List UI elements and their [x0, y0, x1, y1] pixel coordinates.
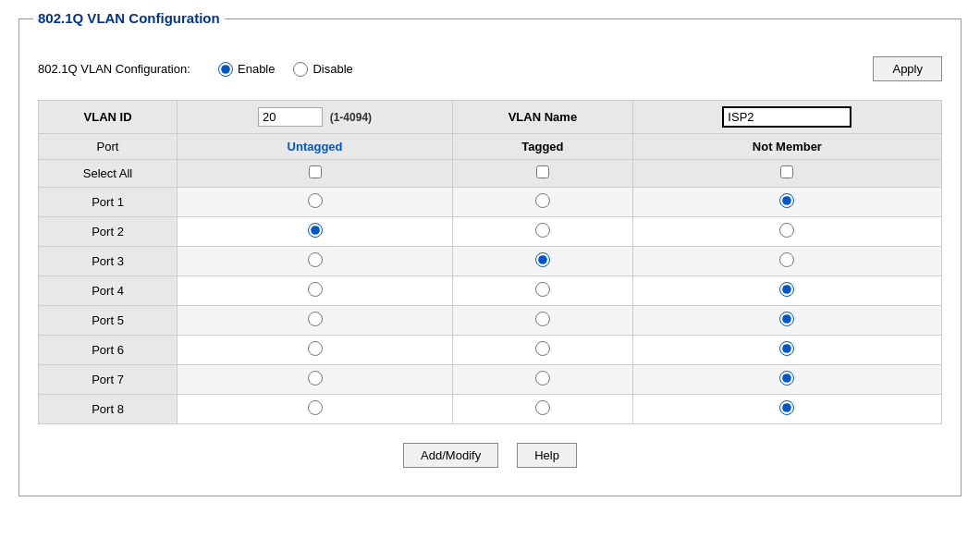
not-member-radio[interactable]: [779, 371, 794, 386]
table-row: Port 2: [39, 217, 942, 247]
main-container: 802.1Q VLAN Configuration 802.1Q VLAN Co…: [18, 18, 962, 496]
not-member-cell: [632, 336, 941, 365]
untagged-radio[interactable]: [308, 400, 323, 415]
port-name-cell: Port 2: [39, 217, 178, 247]
vlan-name-input[interactable]: [722, 106, 851, 128]
tagged-radio[interactable]: [535, 252, 550, 267]
not-member-radio[interactable]: [779, 193, 794, 208]
not-member-radio[interactable]: [779, 400, 794, 415]
table-row: Port 8: [39, 395, 942, 424]
enable-option[interactable]: Enable: [218, 62, 275, 77]
tagged-radio[interactable]: [535, 282, 550, 297]
vlan-name-cell: [632, 101, 941, 134]
port-name-cell: Port 5: [39, 306, 178, 336]
table-row: Port 1: [39, 188, 942, 217]
untagged-radio[interactable]: [308, 282, 323, 297]
tagged-radio[interactable]: [535, 193, 550, 208]
select-all-row: Select All: [39, 160, 942, 188]
tagged-column-header: Tagged: [453, 134, 633, 160]
untagged-radio[interactable]: [308, 193, 323, 208]
column-headers-row: Port Untagged Tagged Not Member: [39, 134, 942, 160]
vlan-id-row: VLAN ID (1-4094) VLAN Name: [39, 101, 942, 134]
not-member-cell: [632, 306, 941, 336]
not-member-column-header: Not Member: [632, 134, 941, 160]
not-member-radio[interactable]: [779, 312, 794, 326]
not-member-cell: [632, 217, 941, 247]
untagged-radio[interactable]: [308, 223, 323, 238]
untagged-cell: [178, 395, 453, 424]
not-member-cell: [632, 188, 941, 217]
not-member-radio[interactable]: [779, 223, 794, 238]
table-row: Port 3: [39, 247, 942, 276]
disable-label: Disable: [312, 62, 352, 76]
select-all-tagged-cell: [453, 160, 633, 188]
bottom-buttons: Add/Modify Help: [38, 443, 942, 468]
port-rows: Port 1Port 2Port 3Port 4Port 5Port 6Port…: [39, 188, 942, 424]
select-all-not-member-cell: [632, 160, 941, 188]
vlan-name-header: VLAN Name: [453, 101, 633, 134]
tagged-cell: [453, 365, 633, 395]
untagged-cell: [178, 247, 453, 276]
select-all-untagged-checkbox[interactable]: [309, 165, 322, 178]
untagged-radio[interactable]: [308, 312, 323, 326]
add-modify-button[interactable]: Add/Modify: [403, 443, 498, 468]
table-row: Port 6: [39, 336, 942, 365]
untagged-cell: [178, 306, 453, 336]
disable-option[interactable]: Disable: [293, 62, 352, 77]
page-title: 802.1Q VLAN Configuration: [33, 10, 225, 26]
untagged-cell: [178, 188, 453, 217]
untagged-cell: [178, 276, 453, 306]
select-all-untagged-cell: [178, 160, 453, 188]
apply-button[interactable]: Apply: [873, 56, 942, 81]
select-all-tagged-checkbox[interactable]: [536, 165, 549, 178]
port-name-cell: Port 8: [39, 395, 178, 424]
select-all-not-member-checkbox[interactable]: [780, 165, 793, 178]
not-member-radio[interactable]: [779, 252, 794, 267]
tagged-radio[interactable]: [535, 341, 550, 356]
vlan-table: VLAN ID (1-4094) VLAN Name Port Untagged…: [38, 100, 942, 424]
port-name-cell: Port 1: [39, 188, 178, 217]
not-member-cell: [632, 247, 941, 276]
vlan-id-input[interactable]: [258, 107, 323, 127]
untagged-radio[interactable]: [308, 341, 323, 356]
tagged-cell: [453, 217, 633, 247]
tagged-radio[interactable]: [535, 400, 550, 415]
untagged-radio[interactable]: [308, 252, 323, 267]
tagged-cell: [453, 188, 633, 217]
untagged-cell: [178, 336, 453, 365]
port-name-cell: Port 6: [39, 336, 178, 365]
untagged-cell: [178, 217, 453, 247]
enable-disable-group: Enable Disable: [218, 62, 873, 77]
tagged-cell: [453, 336, 633, 365]
not-member-radio[interactable]: [779, 341, 794, 356]
vlan-id-header: VLAN ID: [39, 101, 178, 134]
config-label: 802.1Q VLAN Configuration:: [38, 62, 204, 76]
config-row: 802.1Q VLAN Configuration: Enable Disabl…: [38, 56, 942, 81]
not-member-radio[interactable]: [779, 282, 794, 297]
untagged-column-header: Untagged: [178, 134, 453, 160]
table-row: Port 5: [39, 306, 942, 336]
port-name-cell: Port 3: [39, 247, 178, 276]
tagged-cell: [453, 247, 633, 276]
tagged-radio[interactable]: [535, 312, 550, 326]
tagged-cell: [453, 306, 633, 336]
not-member-cell: [632, 365, 941, 395]
tagged-radio[interactable]: [535, 371, 550, 386]
enable-label: Enable: [238, 62, 275, 76]
not-member-cell: [632, 276, 941, 306]
table-row: Port 7: [39, 365, 942, 395]
port-name-cell: Port 7: [39, 365, 178, 395]
port-column-header: Port: [39, 134, 178, 160]
help-button[interactable]: Help: [517, 443, 577, 468]
select-all-label: Select All: [39, 160, 178, 188]
vlan-id-cell: (1-4094): [178, 101, 453, 134]
tagged-radio[interactable]: [535, 223, 550, 238]
enable-radio[interactable]: [218, 62, 233, 77]
tagged-cell: [453, 276, 633, 306]
vlan-id-range: (1-4094): [330, 111, 372, 124]
untagged-cell: [178, 365, 453, 395]
port-name-cell: Port 4: [39, 276, 178, 306]
untagged-radio[interactable]: [308, 371, 323, 386]
tagged-cell: [453, 395, 633, 424]
disable-radio[interactable]: [293, 62, 308, 77]
